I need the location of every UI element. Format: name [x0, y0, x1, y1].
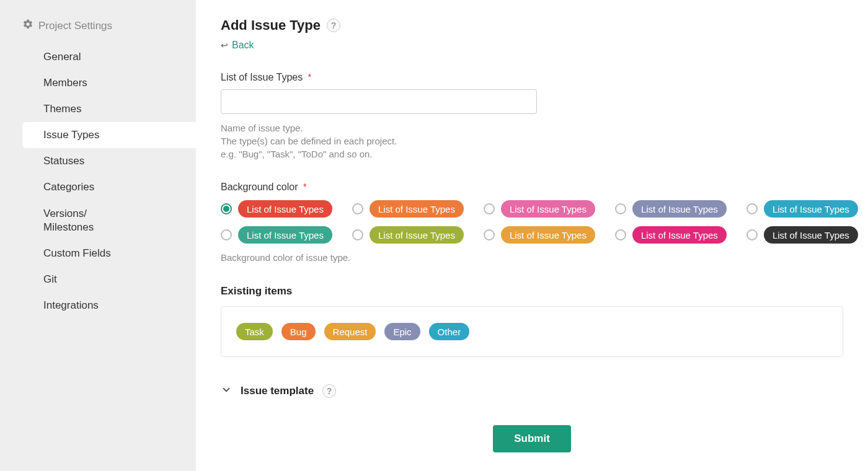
bg-color-label: Background color [221, 182, 298, 192]
bg-color-option-8[interactable]: List of Issue Types [484, 226, 595, 244]
color-pill: List of Issue Types [764, 200, 858, 218]
color-pill: List of Issue Types [370, 200, 464, 218]
bg-color-option-1[interactable]: List of Issue Types [221, 200, 332, 218]
help-icon[interactable]: ? [322, 384, 336, 398]
main: Add Issue Type ? ↩ Back List of Issue Ty… [196, 0, 868, 471]
existing-item: Other [429, 323, 470, 340]
radio-icon[interactable] [352, 203, 363, 214]
bg-color-option-7[interactable]: List of Issue Types [352, 226, 464, 244]
color-pill: List of Issue Types [370, 226, 464, 244]
existing-items-box: Task Bug Request Epic Other [221, 306, 843, 357]
radio-icon[interactable] [615, 203, 626, 214]
radio-icon[interactable] [746, 203, 758, 214]
existing-item: Bug [281, 323, 316, 340]
page-title: Add Issue Type [221, 17, 321, 33]
bg-color-option-2[interactable]: List of Issue Types [352, 200, 464, 218]
sidebar-item-git[interactable]: Git [0, 266, 196, 293]
radio-icon[interactable] [484, 229, 495, 240]
sidebar-item-issue-types[interactable]: Issue Types [22, 122, 196, 148]
sidebar-item-categories[interactable]: Categories [0, 174, 196, 200]
bg-color-field: Background color * List of Issue Types L… [221, 182, 843, 264]
radio-icon[interactable] [221, 229, 232, 240]
color-pill: List of Issue Types [764, 226, 858, 244]
issue-types-label: List of Issue Types [221, 72, 303, 82]
bg-color-option-3[interactable]: List of Issue Types [484, 200, 595, 218]
radio-icon[interactable] [484, 203, 495, 214]
bg-color-option-6[interactable]: List of Issue Types [221, 226, 332, 244]
bg-color-grid: List of Issue Types List of Issue Types … [221, 200, 843, 244]
sidebar-item-members[interactable]: Members [0, 70, 196, 96]
back-link-row: ↩ Back [221, 40, 843, 51]
sidebar: Project Settings General Members Themes … [0, 0, 196, 471]
bg-color-option-9[interactable]: List of Issue Types [615, 226, 727, 244]
sidebar-item-general[interactable]: General [0, 44, 196, 70]
radio-icon[interactable] [352, 229, 363, 240]
page-title-row: Add Issue Type ? [221, 17, 843, 33]
field-label-row: List of Issue Types * [221, 72, 843, 83]
issue-types-input[interactable] [221, 89, 537, 114]
sidebar-item-versions-milestones[interactable]: Versions/ Milestones [0, 201, 196, 240]
issue-template-toggle[interactable]: Issue template ? [221, 384, 843, 398]
undo-icon: ↩ [221, 40, 228, 50]
bg-color-option-4[interactable]: List of Issue Types [615, 200, 727, 218]
sidebar-item-themes[interactable]: Themes [0, 96, 196, 122]
sidebar-heading: Project Settings [0, 19, 196, 38]
color-pill: List of Issue Types [632, 200, 727, 218]
sidebar-item-integrations[interactable]: Integrations [0, 293, 196, 319]
chevron-down-icon [221, 384, 232, 398]
back-link[interactable]: Back [232, 40, 254, 51]
sidebar-heading-text: Project Settings [38, 20, 112, 32]
gear-icon [22, 19, 33, 33]
radio-icon[interactable] [615, 229, 626, 240]
sidebar-items: General Members Themes Issue Types Statu… [0, 38, 196, 319]
required-mark: * [308, 72, 311, 82]
sidebar-item-custom-fields[interactable]: Custom Fields [0, 240, 196, 266]
submit-button[interactable]: Submit [493, 425, 571, 452]
radio-icon[interactable] [746, 229, 758, 240]
bg-color-option-10[interactable]: List of Issue Types [746, 226, 858, 244]
submit-row: Submit [221, 425, 843, 452]
help-icon[interactable]: ? [327, 19, 340, 32]
color-pill: List of Issue Types [501, 200, 595, 218]
required-mark: * [303, 182, 306, 191]
issue-types-hint: Name of issue type. The type(s) can be d… [221, 121, 843, 161]
existing-item: Task [236, 323, 273, 340]
sidebar-item-statuses[interactable]: Statuses [0, 148, 196, 174]
existing-item: Epic [384, 323, 420, 340]
bg-color-option-5[interactable]: List of Issue Types [746, 200, 858, 218]
color-pill: List of Issue Types [238, 200, 332, 218]
existing-item: Request [324, 323, 376, 340]
color-pill: List of Issue Types [501, 226, 595, 244]
issue-types-field: List of Issue Types * Name of issue type… [221, 72, 843, 161]
bg-color-hint: Background color of issue type. [221, 251, 843, 264]
radio-icon[interactable] [221, 203, 232, 214]
existing-items-title: Existing items [221, 285, 843, 297]
issue-template-title: Issue template [241, 385, 314, 397]
field-label-row: Background color * [221, 182, 843, 193]
color-pill: List of Issue Types [238, 226, 332, 244]
color-pill: List of Issue Types [632, 226, 727, 244]
